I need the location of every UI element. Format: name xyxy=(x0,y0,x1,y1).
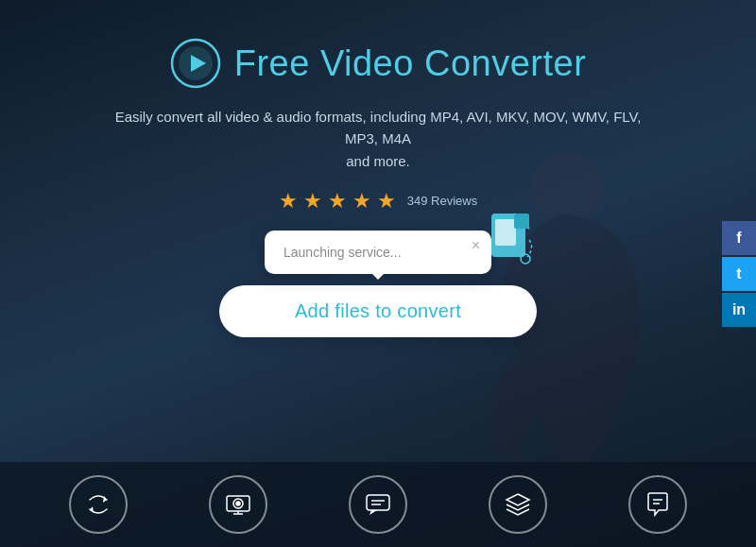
facebook-button[interactable]: f xyxy=(722,221,756,255)
tooltip-close-button[interactable]: × xyxy=(472,238,480,253)
convert-icon xyxy=(84,490,112,519)
screen-capture-button[interactable] xyxy=(209,475,267,534)
chat-icon xyxy=(364,490,392,519)
screen-icon xyxy=(224,490,252,519)
star-2: ★ xyxy=(303,189,322,214)
convert-tool-button[interactable] xyxy=(69,475,128,534)
svg-point-7 xyxy=(521,254,530,264)
rating-row: ★ ★ ★ ★ ★ 349 Reviews xyxy=(279,189,477,214)
reviews-count: 349 Reviews xyxy=(407,194,477,208)
layers-button[interactable] xyxy=(489,475,547,534)
app-subtitle: Easily convert all video & audio formats… xyxy=(113,106,643,172)
file-icon-decoration xyxy=(488,212,539,268)
title-row: Free Video Converter xyxy=(170,38,587,89)
tooltip-box: Launching service... × xyxy=(265,231,491,274)
app-logo-icon xyxy=(170,38,221,89)
social-sidebar: f t in xyxy=(722,221,756,327)
svg-rect-6 xyxy=(514,214,529,229)
svg-point-12 xyxy=(236,502,240,505)
message-button[interactable] xyxy=(628,475,687,534)
star-1: ★ xyxy=(279,189,298,214)
chat-button[interactable] xyxy=(349,475,407,534)
svg-marker-16 xyxy=(507,494,529,505)
twitter-button[interactable]: t xyxy=(722,257,756,291)
tooltip-text: Launching service... xyxy=(284,245,402,260)
star-3: ★ xyxy=(328,189,347,214)
app-title: Free Video Converter xyxy=(234,43,587,84)
bottom-toolbar xyxy=(0,462,756,547)
star-4: ★ xyxy=(352,189,371,214)
star-5: ★ xyxy=(377,189,396,214)
tooltip-wrapper: Launching service... × xyxy=(265,231,491,274)
message-icon xyxy=(644,490,672,519)
svg-rect-13 xyxy=(367,495,389,510)
svg-rect-5 xyxy=(495,219,516,246)
layers-icon xyxy=(504,490,532,519)
linkedin-button[interactable]: in xyxy=(722,293,756,327)
add-files-button[interactable]: Add files to convert xyxy=(219,285,537,337)
